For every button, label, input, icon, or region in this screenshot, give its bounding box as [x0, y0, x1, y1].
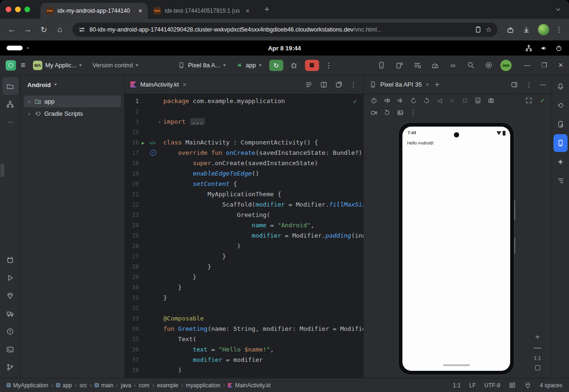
editor-tab-close-icon[interactable]: ×	[183, 81, 186, 88]
bookmark-star-icon[interactable]: ☆	[486, 25, 492, 34]
code-line[interactable]: 28 }	[125, 262, 363, 272]
downloads-icon[interactable]	[519, 26, 533, 34]
project-tool-icon[interactable]	[2, 77, 18, 95]
snapshot-icon[interactable]	[397, 109, 404, 116]
code-line[interactable]: 26 )	[125, 241, 363, 251]
run-gutter-icon[interactable]: ▶	[142, 138, 144, 148]
rerun-button[interactable]: ↻	[269, 60, 283, 71]
maximize-icon[interactable]: ❐	[541, 62, 547, 69]
cursor-position[interactable]: 1:1	[453, 382, 461, 389]
tab-search-chevron-icon[interactable]	[555, 6, 561, 13]
toolbar-more-icon[interactable]: ⋮	[324, 61, 334, 70]
fold-chevron-icon[interactable]: ›	[158, 117, 161, 127]
code-line[interactable]: 35 Text(	[125, 334, 363, 344]
indent-setting[interactable]: 4 spaces	[540, 382, 562, 389]
build-variants-icon[interactable]	[411, 59, 423, 72]
device-power-icon[interactable]	[370, 97, 377, 104]
debug-button[interactable]	[288, 59, 300, 72]
screenshot-icon[interactable]	[474, 97, 481, 104]
expand-chevron-icon[interactable]: ›	[27, 111, 32, 117]
structure-icon[interactable]	[553, 172, 568, 190]
breadcrumb-item[interactable]: MyApplication	[7, 382, 48, 389]
power-icon[interactable]	[555, 45, 562, 52]
reload-button[interactable]: ↻	[37, 25, 51, 35]
zoom-out-button[interactable]: —	[534, 344, 541, 351]
code-line[interactable]: 25 modifier = Modifier.padding(innerPadd…	[125, 231, 363, 241]
code-line[interactable]: 15	[125, 127, 363, 137]
panel-layout-icon[interactable]	[511, 81, 518, 88]
code-line[interactable]: 24 name = "Android",	[125, 220, 363, 231]
device-selector[interactable]: Pixel 8a A...	[175, 60, 229, 70]
breadcrumb-item[interactable]: main	[95, 382, 113, 389]
device-tab-close-icon[interactable]: ×	[425, 81, 429, 88]
logcat-icon[interactable]	[2, 251, 18, 269]
notifications-bell-icon[interactable]	[553, 78, 568, 96]
code-editor[interactable]: 1package com.example.myapplication23›imp…	[125, 94, 363, 378]
version-control-icon[interactable]	[2, 358, 18, 376]
tab-close-icon[interactable]: ×	[244, 7, 251, 15]
pair-devices-icon[interactable]	[393, 59, 405, 72]
file-encoding[interactable]: UTF-8	[484, 382, 500, 389]
zoom-in-button[interactable]: +	[535, 334, 539, 340]
breadcrumb-item[interactable]: myapplication	[186, 382, 220, 389]
network-icon[interactable]	[525, 45, 532, 52]
tree-item-gradle-scripts[interactable]: › Gradle Scripts	[24, 108, 121, 120]
inspections-passed-icon[interactable]: ✓	[353, 98, 357, 105]
run-tool-icon[interactable]	[2, 269, 18, 287]
profiler-icon[interactable]	[429, 59, 441, 72]
code-line[interactable]: 34fun Greeting(name: String, modifier: M…	[125, 324, 363, 334]
code-line[interactable]: 20 setContent {	[125, 179, 363, 189]
breadcrumb-item[interactable]: MainActivity.kt	[228, 382, 271, 389]
zoom-to-fit-icon[interactable]	[535, 365, 540, 370]
editor-list-icon[interactable]	[305, 81, 313, 88]
main-menu-icon[interactable]: ≡	[21, 61, 25, 70]
camera-icon[interactable]	[488, 97, 495, 104]
breadcrumb-item[interactable]: app	[56, 382, 72, 389]
settings-gear-icon[interactable]	[482, 59, 495, 72]
compose-preview-icon[interactable]: </>	[149, 138, 155, 148]
rotate-right-icon[interactable]	[423, 97, 430, 104]
hierarchy-icon[interactable]	[2, 95, 18, 113]
close-icon[interactable]: ✕	[558, 62, 563, 69]
stop-button[interactable]	[305, 60, 319, 71]
code-line[interactable]: 27 }	[125, 251, 363, 262]
address-bar[interactable]: 80-idx-my-android-app-1744140290428.clus…	[72, 23, 497, 37]
android-home-icon[interactable]: ○	[449, 97, 456, 104]
browser-tab-inactive[interactable]: VNC idx-test-1744140517915:1 (us ×	[148, 3, 255, 19]
code-line[interactable]: 22 Scaffold(modifier = Modifier.fillMaxS…	[125, 200, 363, 210]
phone-frame[interactable]: 7:43 Hello Android!	[398, 122, 514, 375]
code-line[interactable]: 33@Composable	[125, 313, 363, 324]
browser-menu-icon[interactable]: ⋮	[554, 25, 564, 34]
back-button[interactable]: ←	[5, 25, 19, 34]
code-line[interactable]: 19 enableEdgeToEdge()	[125, 168, 363, 179]
code-line[interactable]: 32	[125, 303, 363, 313]
android-overview-icon[interactable]: □	[462, 97, 468, 104]
device-more-icon[interactable]: ⋮	[410, 109, 417, 116]
desktop-clock[interactable]: Apr 8 19:44	[268, 45, 301, 52]
home-button[interactable]: ⌂	[53, 25, 67, 34]
ide-user-avatar[interactable]	[500, 60, 512, 71]
version-control-selector[interactable]: Version control	[89, 60, 141, 70]
activities-pill[interactable]	[7, 46, 23, 50]
code-line[interactable]: 1package com.example.myapplication	[125, 96, 363, 106]
editor-tab-mainactivity[interactable]: MainActivity.kt ×	[125, 75, 192, 94]
add-device-tab-button[interactable]: +	[435, 80, 440, 89]
search-everywhere-icon[interactable]	[465, 59, 477, 72]
breadcrumb-item[interactable]: example	[157, 382, 178, 389]
code-line[interactable]: 36 text = "Hello $name!",	[125, 344, 363, 355]
device-manager-icon[interactable]	[375, 59, 387, 72]
tree-item-app[interactable]: › app	[24, 96, 121, 107]
app-insights-icon[interactable]	[2, 287, 18, 304]
run-configuration-selector[interactable]: app	[233, 60, 264, 70]
override-gutter-icon[interactable]: ↑	[150, 150, 156, 156]
reader-mode-icon[interactable]	[509, 382, 516, 389]
volume-icon[interactable]	[540, 45, 547, 52]
browser-tab-active[interactable]: VNC idx-my-android-app-1744140 ×	[40, 3, 148, 19]
power-save-plug-icon[interactable]	[524, 382, 531, 389]
code-line[interactable]: 29 }	[125, 272, 363, 282]
gradle-icon[interactable]	[553, 96, 568, 114]
code-line[interactable]: 16▶</>class MainActivity : ComponentActi…	[125, 137, 363, 148]
phone-screen[interactable]: 7:43 Hello Android!	[402, 127, 510, 371]
new-tab-button[interactable]: +	[261, 4, 273, 15]
problems-icon[interactable]	[2, 322, 18, 340]
